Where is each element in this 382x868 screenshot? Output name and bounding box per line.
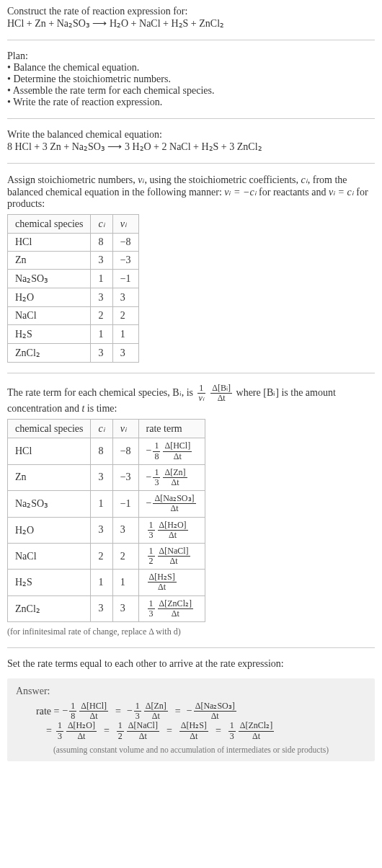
intro-text: Construct the rate of reaction expressio… bbox=[7, 6, 375, 17]
set-equal-text: Set the rate terms equal to each other t… bbox=[7, 658, 375, 670]
plan-item: • Write the rate of reaction expression. bbox=[7, 97, 375, 108]
frac-den: Δt bbox=[158, 609, 193, 619]
delta-frac: Δ[ZnCl₂]Δt bbox=[158, 599, 193, 619]
rate-inner-frac: Δ[Bᵢ] Δt bbox=[210, 384, 232, 403]
cell-nui: −3 bbox=[112, 464, 138, 490]
frac-den: Δt bbox=[163, 452, 192, 461]
cell-ci: 3 bbox=[91, 344, 112, 363]
cell-ci: 3 bbox=[91, 464, 112, 490]
text-part: is time: bbox=[84, 403, 117, 414]
set-equal-section: Set the rate terms equal to each other t… bbox=[7, 658, 375, 670]
sign: − bbox=[127, 705, 133, 716]
col-nui: νᵢ bbox=[112, 215, 138, 234]
cell-nui: 3 bbox=[112, 517, 138, 543]
delta-frac: Δ[H₂O]Δt bbox=[66, 721, 97, 740]
frac-num: 1 bbox=[153, 468, 160, 478]
frac-num: Δ[H₂O] bbox=[158, 521, 188, 531]
delta-frac: Δ[HCl]Δt bbox=[79, 701, 108, 721]
rate-term: Δ[H₂S]Δt bbox=[178, 721, 210, 740]
table-row: HCl8−8−18Δ[HCl]Δt bbox=[8, 438, 205, 464]
cell-species: Na₂SO₃ bbox=[8, 491, 91, 517]
frac-den: νᵢ bbox=[197, 394, 205, 403]
cell-species: ZnCl₂ bbox=[8, 344, 91, 363]
delta-frac: Δ[Na₂SO₃]Δt bbox=[153, 494, 195, 513]
cell-nui: −1 bbox=[112, 270, 138, 288]
cell-species: Zn bbox=[8, 464, 91, 490]
balanced-section: Write the balanced chemical equation: 8 … bbox=[7, 129, 375, 153]
balanced-title: Write the balanced chemical equation: bbox=[7, 129, 375, 141]
table-row: ZnCl₂33 bbox=[8, 344, 139, 363]
cell-ci: 3 bbox=[91, 595, 112, 621]
cell-rate: −13Δ[Zn]Δt bbox=[138, 464, 205, 490]
equals: = bbox=[101, 725, 112, 737]
cell-species: HCl bbox=[8, 438, 91, 464]
frac-num: Δ[H₂O] bbox=[66, 721, 97, 731]
balanced-equation: 8 HCl + 3 Zn + Na₂SO₃ ⟶ 3 H₂O + 2 NaCl +… bbox=[7, 141, 375, 153]
cell-nui: −1 bbox=[112, 491, 138, 517]
frac-den: 8 bbox=[153, 452, 160, 461]
sign: − bbox=[187, 705, 192, 716]
rate-term: 12Δ[NaCl]Δt bbox=[115, 721, 161, 740]
cell-nui: 3 bbox=[112, 344, 138, 363]
coef-frac: 13 bbox=[153, 468, 160, 487]
frac-num: Δ[HCl] bbox=[163, 441, 192, 451]
plan-item: • Determine the stoichiometric numbers. bbox=[7, 74, 375, 85]
separator bbox=[7, 118, 375, 119]
separator bbox=[7, 373, 375, 373]
equals: = bbox=[164, 725, 175, 737]
frac-num: 1 bbox=[148, 599, 155, 609]
cell-species: NaCl bbox=[8, 543, 91, 569]
cell-ci: 1 bbox=[91, 491, 112, 517]
rate-term: −18Δ[HCl]Δt bbox=[62, 701, 110, 721]
answer-subnote: (assuming constant volume and no accumul… bbox=[16, 745, 366, 754]
cell-ci: 3 bbox=[91, 252, 112, 270]
table-row: H₂S11Δ[H₂S]Δt bbox=[8, 570, 205, 595]
coef-frac: 12 bbox=[117, 721, 124, 740]
cell-ci: 1 bbox=[91, 570, 112, 595]
delta-frac: Δ[Zn]Δt bbox=[144, 701, 168, 721]
frac-den: 3 bbox=[153, 478, 160, 487]
equals: = bbox=[213, 725, 224, 737]
table-row: NaCl22 bbox=[8, 307, 139, 325]
cell-nui: 1 bbox=[112, 570, 138, 595]
rate-term: −Δ[Na₂SO₃]Δt bbox=[146, 497, 197, 508]
rate-lead: rate = bbox=[36, 706, 59, 717]
frac-den: 3 bbox=[228, 732, 236, 741]
sign: − bbox=[146, 497, 152, 508]
cell-nui: −3 bbox=[112, 252, 138, 270]
rate-term: −13Δ[Zn]Δt bbox=[146, 471, 189, 482]
frac-num: 1 bbox=[69, 701, 76, 712]
sign: − bbox=[146, 445, 152, 456]
infinitesimal-note: (for infinitesimal rate of change, repla… bbox=[7, 626, 375, 637]
cell-ci: 2 bbox=[91, 543, 112, 569]
frac-num: Δ[HCl] bbox=[79, 701, 108, 712]
rate-term: 13Δ[H₂O]Δt bbox=[146, 523, 190, 534]
col-ci: cᵢ bbox=[91, 420, 112, 438]
frac-num: 1 bbox=[117, 721, 124, 731]
cell-rate: 12Δ[NaCl]Δt bbox=[138, 543, 205, 569]
rate-term-section: The rate term for each chemical species,… bbox=[7, 384, 375, 637]
frac-num: Δ[H₂S] bbox=[179, 721, 208, 731]
delta-frac: Δ[NaCl]Δt bbox=[127, 721, 159, 740]
col-species: chemical species bbox=[8, 420, 91, 438]
frac-num: Δ[Zn] bbox=[144, 701, 168, 712]
cell-nui: −8 bbox=[112, 234, 138, 252]
table-row: Na₂SO₃1−1−Δ[Na₂SO₃]Δt bbox=[8, 491, 205, 517]
cell-rate: −18Δ[HCl]Δt bbox=[138, 438, 205, 464]
table-row: NaCl2212Δ[NaCl]Δt bbox=[8, 543, 205, 569]
delta-frac: Δ[ZnCl₂]Δt bbox=[239, 721, 274, 740]
sign: − bbox=[62, 705, 68, 716]
frac-den: 3 bbox=[148, 531, 155, 540]
frac-den: Δt bbox=[66, 732, 97, 741]
cell-species: H₂O bbox=[8, 288, 91, 307]
cell-species: ZnCl₂ bbox=[8, 595, 91, 621]
coef-frac: 13 bbox=[148, 599, 155, 619]
header-section: Construct the rate of reaction expressio… bbox=[7, 6, 375, 30]
table-header-row: chemical species cᵢ νᵢ bbox=[8, 215, 139, 234]
table-row: ZnCl₂3313Δ[ZnCl₂]Δt bbox=[8, 595, 205, 621]
frac-num: Δ[Na₂SO₃] bbox=[194, 701, 236, 712]
rate-term: 12Δ[NaCl]Δt bbox=[146, 550, 192, 561]
rate-term: −18Δ[HCl]Δt bbox=[146, 445, 194, 456]
rate-term: 13Δ[ZnCl₂]Δt bbox=[146, 603, 195, 614]
cell-nui: 3 bbox=[112, 288, 138, 307]
